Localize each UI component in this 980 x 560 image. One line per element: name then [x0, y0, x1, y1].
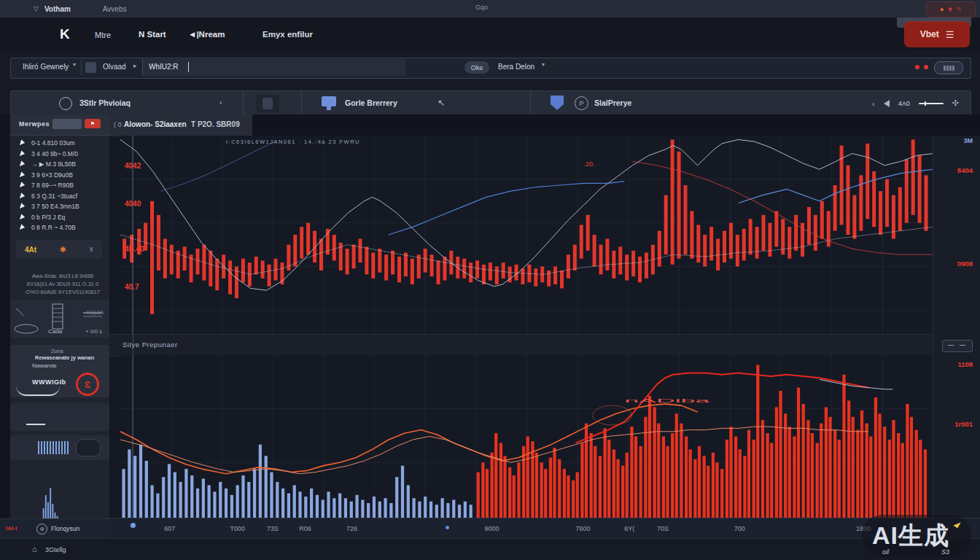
- zoom-level-label: 4A0: [898, 100, 910, 107]
- cursor-bullet-icon: [20, 150, 26, 157]
- slider-handle[interactable]: [925, 101, 926, 106]
- chevron-left-icon[interactable]: ‹: [219, 98, 222, 106]
- cursor-bullet-icon: [20, 214, 26, 220]
- quote-line: Nawande: [32, 362, 57, 369]
- marker-dot[interactable]: [446, 526, 449, 529]
- axis-price-label: 1108: [957, 360, 973, 368]
- watchlist-item[interactable]: 3 4 40 9b~ 0.M/0: [10, 149, 109, 159]
- globe-icon: ⊕: [36, 524, 47, 534]
- dropdown-secondary[interactable]: Bera Delon: [498, 63, 534, 71]
- time-label: 607: [164, 525, 175, 532]
- chevron-left-icon[interactable]: ‹: [872, 99, 875, 108]
- header-subtitle: Emyx enfilur: [262, 30, 313, 39]
- watchlist-item[interactable]: → ▶ M.3 9L50B: [10, 159, 109, 169]
- watchlist-item[interactable]: 0 b P/3 J Eq: [10, 212, 109, 222]
- speaker-icon[interactable]: [884, 100, 890, 107]
- tab-prefix: ( 0: [114, 121, 122, 128]
- moth-icon[interactable]: [256, 95, 279, 112]
- watchlist-item[interactable]: 3 7 50 E4.3mn1B: [10, 201, 109, 211]
- divider: [301, 91, 302, 115]
- symbol-search-input[interactable]: WhIU2:R: [142, 59, 405, 76]
- time-label: 726: [346, 525, 357, 532]
- watchlist-label: 7 8 69--~ R90B: [31, 182, 74, 189]
- watchlist-item[interactable]: 7 8 69--~ R90B: [10, 180, 109, 190]
- grid-icon[interactable]: [85, 62, 96, 73]
- system-tray[interactable]: ● ▼ ✎: [926, 1, 976, 18]
- chevron-down-icon: ▾: [542, 61, 545, 68]
- nav-item-3[interactable]: ◄|Nream: [188, 30, 225, 39]
- watchlist-item[interactable]: 0-1 4.810 03um: [10, 138, 109, 148]
- time-axis[interactable]: 607 T000 73S R06 726 9000 7600 6Y( 70S 7…: [109, 518, 980, 539]
- home-icon[interactable]: ⌂: [32, 545, 37, 553]
- time-label: 9000: [485, 525, 499, 532]
- building-metric: + 0/0 s: [85, 328, 102, 335]
- filter-pill-button[interactable]: Oke: [464, 61, 489, 74]
- shield-icon[interactable]: [551, 96, 564, 110]
- toolbar-button-2[interactable]: Gorle Brerrery: [345, 98, 397, 107]
- primary-cta-button[interactable]: Vbet ☰: [904, 21, 970, 47]
- placeholder-card[interactable]: [10, 403, 109, 431]
- header: K Mtre N Start ◄|Nream Emyx enfilur Vbet…: [0, 18, 980, 51]
- group-label[interactable]: Olvaad: [103, 63, 126, 71]
- watchlist-label: 6 3 Q.31 ~3tuacf: [31, 192, 77, 200]
- toolbar-button-1[interactable]: 3Stlr Phvioiaq: [79, 98, 131, 107]
- bottom-status-bar: ⌂ 3Gtellg: [0, 538, 980, 560]
- flame-icon[interactable]: ✱: [60, 245, 66, 254]
- sidebar-search-box[interactable]: [52, 119, 82, 129]
- watchlist-item[interactable]: 6 3 Q.31 ~3tuacf: [10, 191, 109, 201]
- coin-icon[interactable]: 4At: [25, 246, 36, 254]
- sidebar: Merwpes ⚑ 0-1 4.810 03um 3 4 40 9b~ 0.M/…: [0, 114, 110, 538]
- volume-chart-panel[interactable]: nADiba: [120, 355, 933, 518]
- watchlist-label: → ▶ M.3 9L50B: [31, 160, 76, 168]
- keyboard-toggle-button[interactable]: [934, 61, 963, 74]
- menu-item-1[interactable]: Votham: [44, 5, 71, 13]
- sub-panel-title: Sitye Prepunaer: [122, 341, 178, 349]
- volume-chart-canvas[interactable]: nADiba: [120, 355, 933, 518]
- price-chart-canvas[interactable]: [120, 136, 933, 334]
- quote-card[interactable]: Zuma Rewaseanate jy wanan Nawande WWWIGI…: [10, 345, 109, 397]
- dropdown-category[interactable]: Ihliró Gewnely: [23, 63, 69, 71]
- time-label: 73S: [267, 525, 279, 532]
- cta-label: Vbet: [920, 29, 939, 39]
- chart-tab-2[interactable]: T P2O. SBR09: [191, 120, 240, 128]
- watchlist-item[interactable]: 3 9 6×3 D9u0B: [10, 170, 109, 180]
- price-axis-column[interactable]: 3M 8404 0908 1108 1r001: [933, 136, 980, 518]
- chart-tab-1[interactable]: Alowon- S2iaaxen: [124, 120, 187, 128]
- settings-label[interactable]: 3Gtellg: [45, 546, 66, 553]
- toolbar-button-3[interactable]: SlalPrerye: [594, 98, 631, 107]
- cursor-bullet-icon: [20, 139, 26, 146]
- user-x-icon[interactable]: ☓: [89, 245, 93, 254]
- zoom-slider[interactable]: [919, 103, 944, 104]
- building-card[interactable]: KI!(13IA Cada + 0/0 s: [10, 300, 109, 338]
- quote-line: Zuma: [51, 349, 63, 354]
- filter-bar: Ihliró Gewnely ▾ Olvaad ▸ WhIU2:R Oke Be…: [10, 58, 971, 79]
- time-label: 1800: [856, 525, 871, 532]
- cursor-bullet-icon: [20, 171, 26, 178]
- cursor-bullet-icon: [20, 160, 26, 167]
- nav-item-2[interactable]: N Start: [139, 30, 166, 39]
- menu-item-2[interactable]: Avvebs: [103, 5, 127, 13]
- barcode-card[interactable]: [10, 435, 109, 460]
- tray-pen-icon: ✎: [956, 6, 962, 13]
- building-caption: Cada: [48, 328, 62, 335]
- divider: [243, 91, 244, 115]
- chart-tabs-row: ( 0 Alowon- S2iaaxen T P2O. SBR09: [109, 114, 980, 136]
- axis-price-label: 8404: [957, 166, 973, 174]
- panel-resize-button[interactable]: [942, 340, 973, 352]
- status-led-icon: [924, 65, 928, 69]
- crosshair-dot[interactable]: [131, 523, 136, 528]
- watchlist-item[interactable]: 0 8 R.R ~ 4.70B: [10, 222, 109, 233]
- cursor-bullet-icon: [20, 192, 26, 199]
- app-logo-icon: ▽: [34, 5, 39, 12]
- alert-code: IAI·I: [6, 525, 17, 532]
- watchlist-label: 0 8 R.R ~ 4.70B: [31, 224, 76, 231]
- brand-logo[interactable]: K: [60, 26, 70, 42]
- brand-wordmark: WWWIGIb: [32, 378, 66, 386]
- menubar-center-label: Gqo: [475, 4, 488, 11]
- sidebar-tab-header[interactable]: Merwpes ⚑: [10, 114, 109, 136]
- settings-flower-icon[interactable]: ✣: [952, 98, 959, 108]
- watchlist-label: 0 b P/3 J Eq: [31, 214, 65, 221]
- nav-item-1[interactable]: Mtre: [95, 31, 111, 39]
- price-chart-panel[interactable]: I:C63I6L6W1JAN061 · 14.:4a 23 FWRU 4042 …: [120, 136, 933, 334]
- cursor-icon[interactable]: ↖: [438, 98, 445, 108]
